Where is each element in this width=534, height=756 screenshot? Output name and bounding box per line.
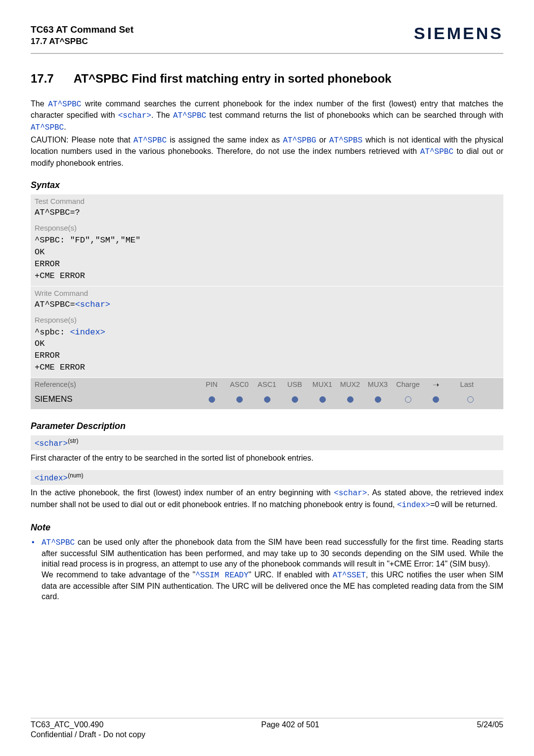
cmd-link[interactable]: AT^SPBG <box>283 136 316 145</box>
cmd-link[interactable]: AT^SPBC <box>48 100 81 109</box>
response-label: Response(s) <box>31 221 503 234</box>
param-link[interactable]: <index> <box>70 328 105 337</box>
col-pin: PIN <box>198 380 225 388</box>
urc-link[interactable]: ^SSIM READY <box>195 571 248 580</box>
col-arrow-icon: ➝ <box>424 380 447 389</box>
syntax-heading: Syntax <box>31 180 503 190</box>
dot-filled-icon <box>433 396 439 403</box>
param-link[interactable]: <index> <box>397 501 430 510</box>
reference-label: Reference(s) <box>35 380 198 388</box>
write-response: ^spbc: <index> OK ERROR +CME ERROR <box>31 326 503 378</box>
param-index-desc: In the active phonebook, the first (lowe… <box>31 487 503 510</box>
param-type: (num) <box>68 472 83 479</box>
param-index-box: <index>(num) <box>31 470 503 485</box>
page-footer: TC63_ATC_V00.490 Page 402 of 501 5/24/05… <box>31 714 503 739</box>
footer-right: 5/24/05 <box>477 720 503 729</box>
col-mux3: MUX3 <box>364 380 392 388</box>
reference-header-row: Reference(s) PIN ASC0 ASC1 USB MUX1 MUX2… <box>31 378 503 391</box>
dot-filled-icon <box>319 396 326 403</box>
dot-filled-icon <box>292 396 298 403</box>
dot-filled-icon <box>264 396 270 403</box>
param-schar-box: <schar>(str) <box>31 435 503 450</box>
param-name: <schar> <box>35 439 68 448</box>
cmd-link[interactable]: AT^SSET <box>333 571 366 580</box>
note-item: AT^SPBC can be used only after the phone… <box>31 537 503 602</box>
write-command-label: Write Command <box>31 286 503 299</box>
cmd-link[interactable]: AT^SPBC <box>173 111 206 120</box>
dot-empty-icon <box>405 396 411 403</box>
doc-title: TC63 AT Command Set <box>31 24 134 36</box>
param-link[interactable]: <schar> <box>334 489 367 498</box>
reference-name: SIEMENS <box>35 394 198 404</box>
note-list: AT^SPBC can be used only after the phone… <box>31 537 503 602</box>
write-command: AT^SPBC=<schar> <box>31 299 503 313</box>
intro-paragraph-1: The AT^SPBC write command searches the c… <box>31 98 503 134</box>
footer-center: Page 402 of 501 <box>261 720 319 729</box>
dot-filled-icon <box>375 396 381 403</box>
cmd-link[interactable]: AT^SPBC <box>31 123 64 132</box>
intro-paragraph-2: CAUTION: Please note that AT^SPBC is ass… <box>31 135 503 169</box>
test-response: ^SPBC: "FD","SM","ME" OK ERROR +CME ERRO… <box>31 234 503 285</box>
section-title: AT^SPBC Find first matching entry in sor… <box>74 72 392 85</box>
col-mux2: MUX2 <box>336 380 364 388</box>
col-asc1: ASC1 <box>253 380 281 388</box>
cmd-link[interactable]: AT^SPBC <box>420 147 453 156</box>
doc-subsection: 17.7 AT^SPBC <box>31 36 134 47</box>
page-header: TC63 AT Command Set 17.7 AT^SPBC SIEMENS <box>31 24 503 52</box>
note-heading: Note <box>31 522 503 533</box>
brand-logo: SIEMENS <box>414 24 503 43</box>
dot-empty-icon <box>467 396 474 403</box>
param-type: (str) <box>68 437 78 444</box>
footer-divider <box>31 718 503 718</box>
param-link[interactable]: <schar> <box>75 300 110 309</box>
dot-filled-icon <box>209 396 215 403</box>
test-command: AT^SPBC=? <box>31 207 503 221</box>
syntax-block: Test Command AT^SPBC=? Response(s) ^SPBC… <box>31 194 503 409</box>
footer-left: TC63_ATC_V00.490 <box>31 720 103 729</box>
col-mux1: MUX1 <box>309 380 336 388</box>
cmd-link[interactable]: AT^SPBS <box>329 136 362 145</box>
cmd-link[interactable]: AT^SPBC <box>134 136 167 145</box>
col-asc0: ASC0 <box>225 380 253 388</box>
param-schar-desc: First character of the entry to be searc… <box>31 453 503 463</box>
col-usb: USB <box>281 380 309 388</box>
dot-filled-icon <box>236 396 243 403</box>
footer-confidential: Confidential / Draft - Do not copy <box>31 730 503 739</box>
cmd-link[interactable]: AT^SPBC <box>42 538 75 547</box>
parameter-description-heading: Parameter Description <box>31 421 503 431</box>
col-last: Last <box>447 380 477 388</box>
dot-filled-icon <box>347 396 354 403</box>
col-charge: Charge <box>392 380 424 388</box>
header-divider <box>31 53 503 54</box>
section-heading: 17.7AT^SPBC Find first matching entry in… <box>31 72 503 86</box>
reference-value-row: SIEMENS <box>31 391 503 409</box>
param-name: <index> <box>35 474 68 483</box>
param-link[interactable]: <schar> <box>118 111 151 120</box>
response-label: Response(s) <box>31 313 503 326</box>
test-command-label: Test Command <box>31 194 503 207</box>
section-number: 17.7 <box>31 72 54 86</box>
